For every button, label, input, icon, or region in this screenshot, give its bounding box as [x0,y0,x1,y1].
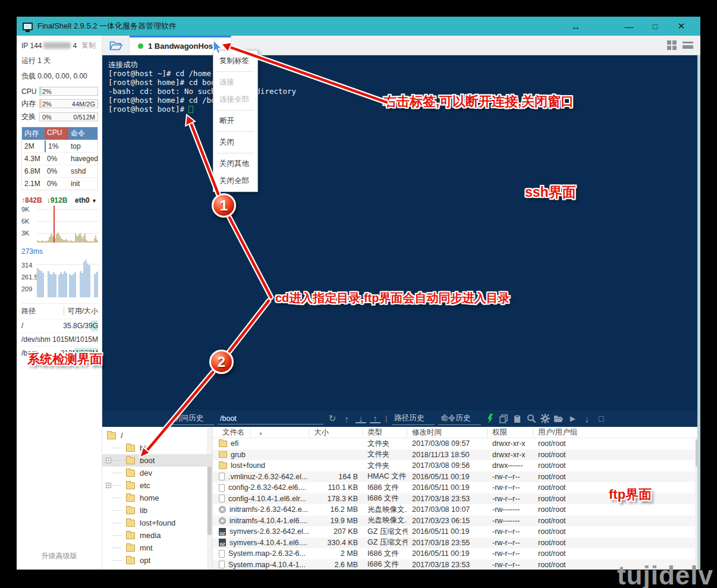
copy-icon[interactable] [499,414,509,424]
disk-row[interactable]: /35.8G/39G [21,319,98,332]
interface-selector[interactable]: eth0 ▼ [75,196,98,205]
upload-icon[interactable]: ↑ [370,414,380,423]
expander-icon[interactable]: + [106,458,111,463]
file-type-cell: I686 文件 [363,483,407,493]
tree-item-dev[interactable]: dev [102,467,212,479]
tree-item-mnt[interactable]: mnt [102,542,212,554]
copy-ip-button[interactable]: 复制 [81,40,98,51]
menu-item-关闭其他[interactable]: 关闭其他 [213,155,257,172]
folder-open-icon[interactable] [554,414,564,424]
gear-icon[interactable] [540,414,550,424]
menu-item-关闭全部[interactable]: 关闭全部 [213,172,257,190]
layout-grid-icon[interactable] [667,40,677,50]
tree-item-opt[interactable]: opt [102,554,212,567]
process-row[interactable]: 2M1%top [22,140,98,152]
disk-row[interactable]: /dev/shm1015M/1015M [21,332,98,346]
tree-connector [113,510,121,511]
col-modified[interactable]: 修改时间 [407,428,488,437]
maximize-button[interactable]: □ [642,22,668,31]
tree-item-etc[interactable]: +etc [102,479,212,492]
tree-item-boot[interactable]: +boot [102,454,212,467]
tree-label: mnt [140,543,153,552]
file-date-cell: 2016/05/11 00:19 [407,483,488,492]
disk-value-text: 1015M/1015M [52,335,98,344]
file-file-icon [219,561,225,568]
tab-context-menu: 复制标签连接连接全部断开关闭关闭其他关闭全部 [213,50,258,192]
col-size[interactable]: 大小 [309,428,363,437]
hamburger-menu-icon[interactable] [683,42,693,49]
down-arrow-icon[interactable]: ↓ [581,414,592,424]
tree-item-lib[interactable]: lib [102,504,212,517]
file-size-cell: 207 KB [309,527,363,536]
process-col-cmd[interactable]: 命令 [68,127,98,140]
col-type[interactable]: 类型 [363,428,407,437]
tab-label: 1 BandwagonHost [148,42,215,51]
disk-col-avail[interactable]: 可用/大小 [64,306,98,316]
command-history-field[interactable]: 命令历史 [438,412,481,425]
watermark: tujidelv [617,561,713,588]
window-icon[interactable]: □ [596,414,606,423]
process-row[interactable]: 2.1M0%init [22,177,98,190]
file-name-cell: config-4.10.4-1.el6.elr... [213,495,309,503]
close-button[interactable]: ✕ [668,21,694,32]
menu-item-复制标签[interactable]: 复制标签 [213,52,257,70]
minimize-button[interactable]: — [616,21,642,32]
search-icon[interactable] [526,414,536,424]
file-owner-cell: root/root [533,505,700,514]
network-chart: 9K 6K 3K [21,206,98,243]
process-col-mem[interactable]: 内存 [22,127,45,140]
table-row[interactable]: GZsymvers-4.10.4-1.el6....330.4 KBGZ 压缩文… [213,537,700,549]
process-row[interactable]: 4.3M0%haveged [22,152,98,165]
col-perm[interactable]: 权限 [488,428,533,437]
table-row[interactable]: lost+found文件夹2017/03/08 09:56drwx------r… [213,460,700,471]
play-icon[interactable]: ▶ [567,414,578,423]
paste-icon[interactable] [512,414,523,424]
visit-history-field[interactable]: 访问历史 [171,412,214,425]
terminal-cursor [188,106,193,113]
menu-item-关闭[interactable]: 关闭 [213,134,257,151]
path-history-field[interactable]: 路径历史 [392,412,435,425]
process-col-cpu[interactable]: CPU [45,127,68,140]
disk-col-path[interactable]: 路径 [21,306,36,316]
col-filename[interactable]: 文件名▲ [213,428,309,437]
file-type-cell: 文件夹 [363,461,407,471]
file-owner-cell: root/root [533,517,700,525]
tree-connector [113,448,121,448]
tree-item-media[interactable]: media [102,529,212,542]
folder-icon [126,445,135,452]
table-row[interactable]: grub文件夹2018/11/13 18:50drwxr-xr-xroot/ro… [213,449,700,461]
tree-item-/[interactable]: / [102,429,212,442]
download-icon[interactable]: ↓ [356,414,366,423]
refresh-icon[interactable]: ↻ [327,413,338,424]
upgrade-link[interactable]: 升级高级版 [17,551,102,561]
open-connection-button[interactable] [102,36,130,55]
file-name-cell: lost+found [213,461,309,470]
col-owner[interactable]: 用户/用户组 [533,428,700,437]
annotation-badge-2: 2 [209,350,234,374]
tree-item-bin[interactable]: bin [102,442,212,454]
tree-connector [113,560,121,561]
ping-chart: 314 261.5 209 [21,257,98,297]
table-row[interactable]: GZsymvers-2.6.32-642.el...207 KBGZ 压缩文件2… [213,526,700,537]
lightning-icon[interactable] [487,414,493,423]
up-directory-icon[interactable]: ↑ [341,414,352,424]
process-row[interactable]: 6.8M0%sshd [22,165,98,177]
table-row[interactable]: .vmlinuz-2.6.32-642.el...164 BHMAC 文件201… [213,471,700,483]
network-chart-ticks: 9K 6K 3K [21,206,37,243]
expander-icon[interactable]: + [106,483,111,488]
tree-item-lost+found[interactable]: lost+found [102,517,212,529]
ping-bar [65,273,67,297]
file-owner-cell: root/root [533,439,700,448]
table-row[interactable]: System.map-2.6.32-6...2 MBI686 文件2016/05… [213,548,700,559]
tree-item-home[interactable]: home [102,492,212,504]
path-input[interactable]: /boot [218,413,323,425]
table-row[interactable]: efi文件夹2017/03/08 09:57drwxr-xr-xroot/roo… [213,438,700,449]
table-row[interactable]: initramfs-2.6.32-642.e...16.2 MB光盘映像文...… [213,504,700,515]
process-cmd: init [68,178,98,190]
gauge-percent: 2% [42,100,52,108]
table-row[interactable]: initramfs-4.10.4-1.el6....19.9 MB光盘映像文..… [213,515,700,527]
file-date-cell: 2017/03/18 23:53 [407,495,488,503]
file-type-cell: I686 文件 [363,559,407,570]
folder-icon [126,557,135,564]
menu-item-断开[interactable]: 断开 [213,112,257,130]
